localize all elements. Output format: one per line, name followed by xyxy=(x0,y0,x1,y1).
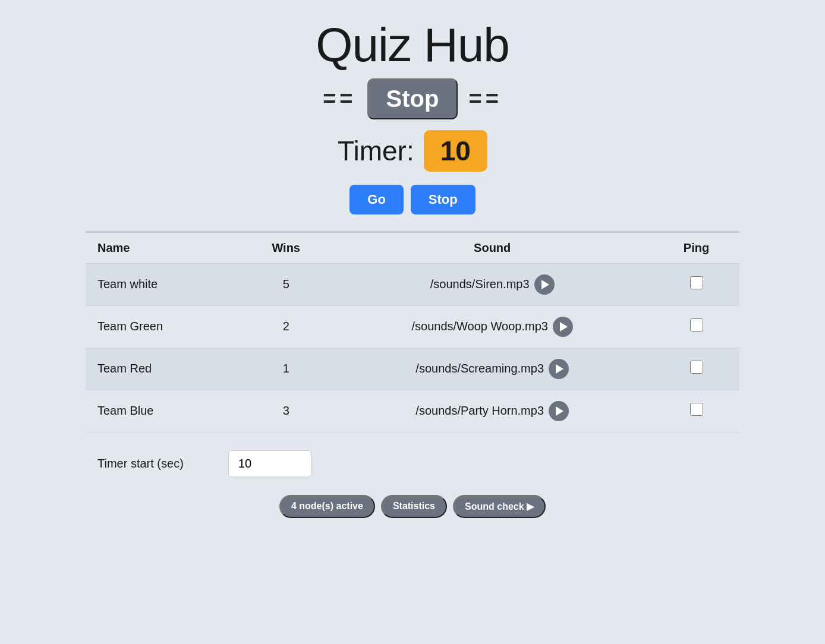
team-sound: /sounds/Siren.mp3 xyxy=(331,263,653,305)
team-name: Team Red xyxy=(86,348,241,390)
stop-banner: == Stop == xyxy=(323,78,502,119)
col-header-ping: Ping xyxy=(653,232,739,263)
timer-row: Timer: 10 xyxy=(338,130,487,172)
timer-value: 10 xyxy=(424,130,487,172)
sound-path: /sounds/Screaming.mp3 xyxy=(415,362,544,375)
team-ping xyxy=(653,390,739,432)
stop-button[interactable]: Stop xyxy=(411,185,476,214)
team-wins: 3 xyxy=(241,390,331,432)
team-sound: /sounds/Woop Woop.mp3 xyxy=(331,305,653,348)
timer-label: Timer: xyxy=(338,135,414,167)
teams-table: Name Wins Sound Ping Team white5/sounds/… xyxy=(86,232,739,433)
team-wins: 5 xyxy=(241,263,331,305)
timer-start-row: Timer start (sec) xyxy=(86,450,739,477)
ping-checkbox[interactable] xyxy=(690,403,703,416)
play-sound-button[interactable] xyxy=(549,401,569,421)
equals-right: == xyxy=(468,86,502,112)
team-ping xyxy=(653,263,739,305)
table-row: Team Green2/sounds/Woop Woop.mp3 xyxy=(86,305,739,348)
equals-left: == xyxy=(323,86,356,112)
control-buttons: Go Stop xyxy=(349,185,475,214)
sound-check-badge[interactable]: Sound check ▶ xyxy=(453,495,546,518)
sound-path: /sounds/Party Horn.mp3 xyxy=(415,404,544,418)
team-name: Team Green xyxy=(86,305,241,348)
go-button[interactable]: Go xyxy=(349,185,404,214)
timer-start-input[interactable] xyxy=(228,450,311,477)
play-sound-button[interactable] xyxy=(549,359,569,379)
team-wins: 1 xyxy=(241,348,331,390)
team-wins: 2 xyxy=(241,305,331,348)
nodes-active-badge[interactable]: 4 node(s) active xyxy=(279,495,375,518)
team-name: Team Blue xyxy=(86,390,241,432)
statistics-badge[interactable]: Statistics xyxy=(381,495,447,518)
play-sound-button[interactable] xyxy=(553,317,573,337)
sound-path: /sounds/Woop Woop.mp3 xyxy=(411,320,547,333)
team-name: Team white xyxy=(86,263,241,305)
col-header-wins: Wins xyxy=(241,232,331,263)
play-sound-button[interactable] xyxy=(534,274,555,295)
stop-badge-button[interactable]: Stop xyxy=(367,78,458,119)
table-row: Team white5/sounds/Siren.mp3 xyxy=(86,263,739,305)
table-row: Team Red1/sounds/Screaming.mp3 xyxy=(86,348,739,390)
ping-checkbox[interactable] xyxy=(690,361,703,374)
team-ping xyxy=(653,305,739,348)
sound-path: /sounds/Siren.mp3 xyxy=(430,277,530,291)
team-sound: /sounds/Party Horn.mp3 xyxy=(331,390,653,432)
table-row: Team Blue3/sounds/Party Horn.mp3 xyxy=(86,390,739,432)
bottom-badges: 4 node(s) active Statistics Sound check … xyxy=(279,495,546,518)
ping-checkbox[interactable] xyxy=(690,276,703,289)
ping-checkbox[interactable] xyxy=(690,318,703,332)
col-header-sound: Sound xyxy=(331,232,653,263)
col-header-name: Name xyxy=(86,232,241,263)
app-title: Quiz Hub xyxy=(316,18,509,72)
timer-start-label: Timer start (sec) xyxy=(97,457,204,471)
team-ping xyxy=(653,348,739,390)
table-header-row: Name Wins Sound Ping xyxy=(86,232,739,263)
team-sound: /sounds/Screaming.mp3 xyxy=(331,348,653,390)
